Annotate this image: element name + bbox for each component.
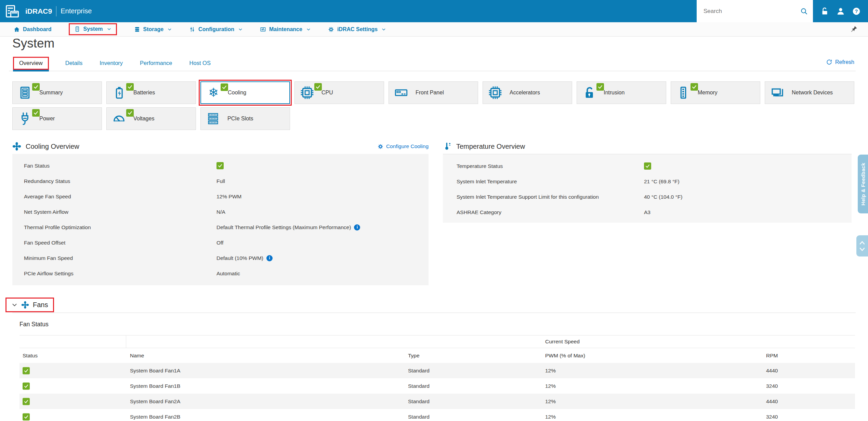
fans-collapsible-header[interactable]: Fans xyxy=(5,298,54,312)
nav-item-storage[interactable]: Storage xyxy=(134,26,172,32)
logo-divider xyxy=(56,6,56,16)
help-feedback-tab[interactable]: Help & Feedback xyxy=(858,155,868,213)
tab-overview[interactable]: Overview xyxy=(13,57,49,70)
tile-voltages[interactable]: Voltages xyxy=(106,107,196,130)
tile-label: CPU xyxy=(321,90,333,96)
fan-icon xyxy=(12,142,21,151)
search-input[interactable] xyxy=(697,8,800,15)
table-row: System Board Fan2A Standard 12% 4440 xyxy=(19,394,855,409)
fan-rpm: 4440 xyxy=(766,368,778,374)
fan-status-table: Current Speed Status Name Type PWM (% of… xyxy=(19,335,855,421)
tile-label: Power xyxy=(39,116,55,122)
chevron-down-icon[interactable] xyxy=(859,247,866,252)
kv-row: System Inlet Temperature 21 °C (69.8 °F) xyxy=(443,174,852,189)
nav-label: iDRAC Settings xyxy=(337,26,378,32)
kv-row: PCIe Airflow Settings Automatic xyxy=(12,266,429,281)
tile-accelerators[interactable]: Accelerators xyxy=(483,81,572,104)
nav-item-system[interactable]: System xyxy=(69,23,117,35)
info-icon[interactable] xyxy=(266,255,273,261)
fans-section-header: Fans xyxy=(12,298,856,313)
sliders-icon xyxy=(189,26,195,32)
tile-intrusion[interactable]: Intrusion xyxy=(577,81,666,104)
status-ok-badge xyxy=(691,83,698,91)
svg-text:?: ? xyxy=(855,9,858,14)
snowflake-icon: ❄ xyxy=(207,86,220,100)
col-pwm: PWM (% of Max) xyxy=(545,353,585,359)
tile-label: Cooling xyxy=(228,90,246,96)
nav-label: Storage xyxy=(143,26,164,32)
tile-label: Summary xyxy=(39,90,63,96)
tile-label: Voltages xyxy=(133,116,154,122)
tile-cooling[interactable]: ❄ Cooling xyxy=(200,81,290,104)
nav-item-configuration[interactable]: Configuration xyxy=(189,26,243,32)
info-icon[interactable] xyxy=(354,224,360,231)
scroll-widget xyxy=(856,235,868,256)
edition-name: Enterprise xyxy=(61,7,92,15)
fan-pwm: 12% xyxy=(545,383,556,389)
search-icon[interactable] xyxy=(800,7,808,15)
summary-server-icon xyxy=(18,86,32,100)
pushpin-icon[interactable] xyxy=(850,25,858,33)
kv-row: Fan Speed Offset Off xyxy=(12,235,429,250)
help-icon[interactable]: ? xyxy=(852,7,861,16)
fan-name: System Board Fan2A xyxy=(130,398,180,405)
tab-host-os[interactable]: Host OS xyxy=(189,57,211,71)
nav-label: Dashboard xyxy=(23,26,52,32)
fan-name: System Board Fan2B xyxy=(130,414,180,420)
group-header-label: Current Speed xyxy=(545,339,580,345)
table-group-header: Current Speed xyxy=(19,335,855,348)
fan-pwm: 12% xyxy=(545,398,556,405)
kv-row: ASHRAE Category A3 xyxy=(443,205,852,220)
fan-rpm: 4440 xyxy=(766,398,778,405)
tab-inventory[interactable]: Inventory xyxy=(99,57,123,71)
maintenance-icon xyxy=(260,26,266,32)
fan-name: System Board Fan1A xyxy=(130,368,180,374)
fan-type: Standard xyxy=(408,398,430,405)
fan-pwm: 12% xyxy=(545,414,556,420)
tile-memory[interactable]: Memory xyxy=(671,81,760,104)
refresh-button[interactable]: Refresh xyxy=(826,59,854,65)
home-icon xyxy=(14,26,20,32)
power-plug-icon xyxy=(18,112,32,126)
kv-row: System Inlet Temperature Support Limit f… xyxy=(443,189,852,205)
kv-row: Minimum Fan Speed Default (10% PWM) xyxy=(12,250,429,266)
chevron-up-icon[interactable] xyxy=(859,240,866,245)
status-ok-icon xyxy=(644,162,651,170)
fan-type: Standard xyxy=(408,414,430,420)
nav-item-dashboard[interactable]: Dashboard xyxy=(14,26,52,32)
nav-item-idrac-settings[interactable]: iDRAC Settings xyxy=(328,26,386,32)
fan-name: System Board Fan1B xyxy=(130,383,180,389)
user-icon[interactable] xyxy=(836,7,845,16)
chevron-down-icon xyxy=(167,27,172,32)
fan-icon xyxy=(21,301,29,309)
table-column-headers: Status Name Type PWM (% of Max) RPM xyxy=(19,348,855,363)
configure-cooling-link[interactable]: Configure Cooling xyxy=(378,143,429,149)
unlock-icon[interactable] xyxy=(820,7,829,16)
temperature-overview-title: Temperature Overview xyxy=(456,143,525,150)
chevron-down-icon xyxy=(306,27,311,32)
idrac-logo-icon xyxy=(5,4,21,19)
chevron-down-icon[interactable] xyxy=(12,302,17,308)
kv-row: Average Fan Speed 12% PWM xyxy=(12,189,429,204)
tile-network-devices[interactable]: Network Devices xyxy=(765,81,854,104)
main-nav: Dashboard System Storage xyxy=(0,22,868,37)
tile-cpu[interactable]: CPU xyxy=(294,81,384,104)
tab-details[interactable]: Details xyxy=(65,57,83,71)
status-ok-icon xyxy=(216,162,224,169)
tile-power[interactable]: Power xyxy=(12,107,102,130)
tab-performance[interactable]: Performance xyxy=(139,57,173,71)
cooling-overview-title: Cooling Overview xyxy=(26,143,79,150)
tile-batteries[interactable]: Batteries xyxy=(106,81,196,104)
tile-label: Memory xyxy=(698,90,718,96)
status-ok-badge xyxy=(221,83,228,91)
search-box xyxy=(697,0,813,22)
nav-label: System xyxy=(83,26,103,32)
tile-pcie-slots[interactable]: PCIe Slots xyxy=(200,107,290,130)
kv-row: Thermal Profile Optimization Default The… xyxy=(12,220,429,235)
tile-summary[interactable]: Summary xyxy=(12,81,102,104)
nav-item-maintenance[interactable]: Maintenance xyxy=(260,26,311,32)
fans-title: Fans xyxy=(33,301,48,309)
fan-status-table-title: Fan Status xyxy=(19,321,49,328)
idrac-logo: iDRAC9 Enterprise xyxy=(5,4,92,19)
tile-front-panel[interactable]: Front Panel xyxy=(389,81,478,104)
